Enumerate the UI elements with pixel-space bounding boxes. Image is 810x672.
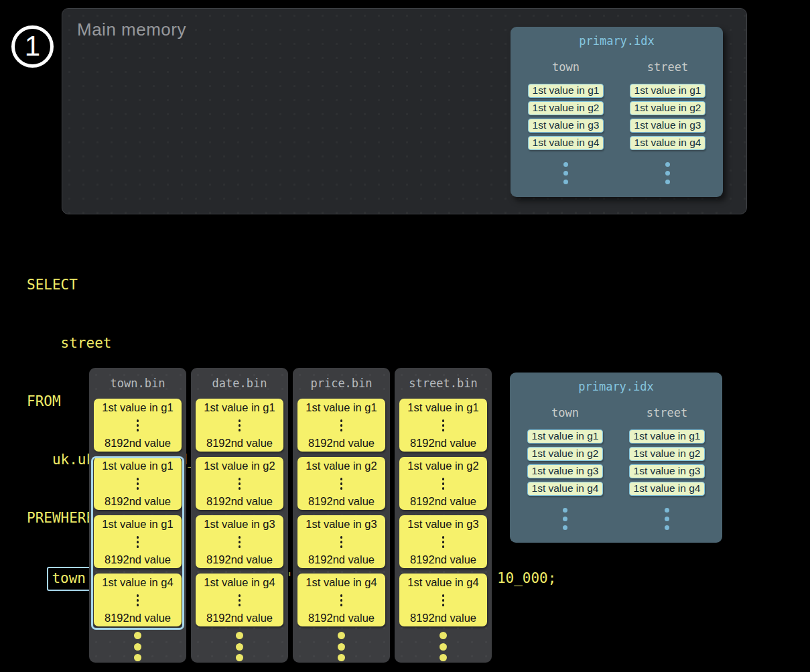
idx-entry: 1st value in g3: [630, 119, 705, 133]
granule-list: 1st value in g1 8192nd value 1st value i…: [191, 399, 288, 626]
granule-block: 1st value in g3 8192nd value: [297, 515, 385, 568]
vertical-dots-icon: [442, 594, 445, 606]
granule-last-value: 8192nd value: [410, 495, 476, 508]
vertical-dots-icon: [239, 536, 241, 548]
granule-block: 1st value in g1 8192nd value: [94, 515, 182, 568]
granule-last-value: 8192nd value: [308, 437, 375, 450]
idx-column-street: street 1st value in g1 1st value in g2 1…: [630, 48, 705, 184]
idx-column-header: town: [552, 60, 580, 74]
bin-file-name: street.bin: [395, 377, 492, 390]
granule-last-value: 8192nd value: [105, 437, 171, 450]
ellipsis-dots-icon: [665, 508, 669, 530]
granule-block: 1st value in g4 8192nd value: [297, 574, 385, 626]
granule-last-value: 8192nd value: [105, 495, 171, 508]
granule-first-value: 1st value in g4: [407, 576, 478, 589]
idx-entry: 1st value in g4: [528, 136, 604, 150]
granule-block: 1st value in g1 8192nd value: [196, 399, 283, 452]
granule-last-value: 8192nd value: [105, 553, 171, 566]
vertical-dots-icon: [442, 536, 445, 548]
granule-first-value: 1st value in g1: [102, 460, 173, 472]
granule-first-value: 1st value in g2: [407, 460, 478, 472]
granule-last-value: 8192nd value: [410, 437, 476, 450]
idx-column-town: town 1st value in g1 1st value in g2 1st…: [528, 48, 604, 184]
granule-last-value: 8192nd value: [206, 437, 273, 450]
idx-entry: 1st value in g4: [630, 136, 705, 150]
ellipsis-dots-icon: [89, 632, 186, 661]
granule-block: 1st value in g4 8192nd value: [196, 574, 283, 626]
idx-entry: 1st value in g1: [527, 429, 603, 444]
ellipsis-dots-icon: [395, 632, 492, 661]
bin-file-date: date.bin 1st value in g1 8192nd value 1s…: [191, 368, 288, 663]
granule-last-value: 8192nd value: [410, 612, 476, 624]
idx-entry: 1st value in g3: [528, 119, 604, 133]
main-memory-title: Main memory: [77, 19, 186, 40]
idx-entry: 1st value in g2: [528, 101, 604, 115]
idx-entry: 1st value in g2: [630, 101, 705, 115]
vertical-dots-icon: [340, 419, 343, 431]
vertical-dots-icon: [137, 594, 139, 606]
primary-idx-columns: town 1st value in g1 1st value in g2 1st…: [511, 48, 723, 184]
step-number: 1: [25, 32, 40, 60]
granule-last-value: 8192nd value: [410, 553, 476, 566]
bin-file-town: town.bin 1st value in g1 8192nd value 1s…: [89, 368, 186, 663]
idx-column-header: street: [647, 60, 688, 74]
idx-column-street: street 1st value in g1 1st value in g2 1…: [629, 393, 705, 530]
granule-last-value: 8192nd value: [206, 553, 273, 566]
granule-list: 1st value in g1 8192nd value 1st value i…: [293, 399, 390, 626]
granule-last-value: 8192nd value: [105, 612, 171, 624]
bin-file-name: date.bin: [191, 377, 288, 390]
vertical-dots-icon: [340, 594, 343, 606]
idx-entry: 1st value in g3: [629, 464, 705, 478]
primary-idx-columns: town 1st value in g1 1st value in g2 1st…: [510, 393, 722, 530]
vertical-dots-icon: [442, 419, 445, 431]
bin-file-price: price.bin 1st value in g1 8192nd value 1…: [293, 368, 390, 663]
sql-line: street: [27, 334, 556, 353]
granule-first-value: 1st value in g2: [204, 460, 275, 472]
idx-entry: 1st value in g2: [527, 447, 603, 461]
idx-entry: 1st value in g4: [629, 482, 705, 496]
ellipsis-dots-icon: [563, 508, 567, 530]
granule-last-value: 8192nd value: [206, 495, 273, 508]
granule-block: 1st value in g1 8192nd value: [94, 457, 182, 510]
sql-line: SELECT: [27, 275, 556, 295]
granule-first-value: 1st value in g1: [407, 401, 478, 414]
granule-block: 1st value in g1 8192nd value: [297, 399, 385, 452]
bin-file-name: price.bin: [293, 377, 390, 390]
granule-first-value: 1st value in g1: [102, 401, 173, 414]
granule-block: 1st value in g4 8192nd value: [399, 574, 487, 626]
granule-first-value: 1st value in g3: [204, 518, 275, 531]
granule-list: 1st value in g1 8192nd value 1st value i…: [89, 399, 186, 626]
vertical-dots-icon: [340, 478, 343, 490]
granule-block: 1st value in g1 8192nd value: [94, 399, 182, 452]
ellipsis-dots-icon: [191, 632, 288, 661]
granule-block: 1st value in g1 8192nd value: [399, 399, 487, 452]
granule-list: 1st value in g1 8192nd value 1st value i…: [395, 399, 492, 626]
granule-first-value: 1st value in g1: [306, 401, 377, 414]
idx-column-town: town 1st value in g1 1st value in g2 1st…: [527, 393, 603, 530]
granule-first-value: 1st value in g4: [102, 576, 173, 589]
granule-last-value: 8192nd value: [308, 612, 375, 624]
vertical-dots-icon: [239, 594, 241, 606]
granule-block: 1st value in g2 8192nd value: [297, 457, 385, 510]
primary-idx-title: primary.idx: [511, 34, 723, 48]
idx-entry: 1st value in g4: [527, 482, 603, 496]
vertical-dots-icon: [239, 478, 241, 490]
granule-block: 1st value in g2 8192nd value: [399, 457, 487, 510]
vertical-dots-icon: [239, 419, 241, 431]
granule-first-value: 1st value in g3: [306, 518, 377, 531]
vertical-dots-icon: [137, 478, 139, 490]
granule-first-value: 1st value in g4: [204, 576, 275, 589]
granule-first-value: 1st value in g2: [306, 460, 377, 472]
vertical-dots-icon: [137, 536, 139, 548]
granule-first-value: 1st value in g4: [306, 576, 377, 589]
idx-column-header: street: [647, 406, 687, 419]
vertical-dots-icon: [137, 419, 139, 431]
bin-file-name: town.bin: [89, 377, 186, 390]
ellipsis-dots-icon: [665, 162, 670, 184]
primary-idx-panel-disk: primary.idx town 1st value in g1 1st val…: [510, 373, 722, 543]
ellipsis-dots-icon: [563, 162, 568, 184]
granule-last-value: 8192nd value: [206, 612, 273, 624]
granule-first-value: 1st value in g1: [204, 401, 275, 414]
primary-idx-title: primary.idx: [510, 380, 722, 393]
idx-entry: 1st value in g2: [629, 447, 705, 461]
